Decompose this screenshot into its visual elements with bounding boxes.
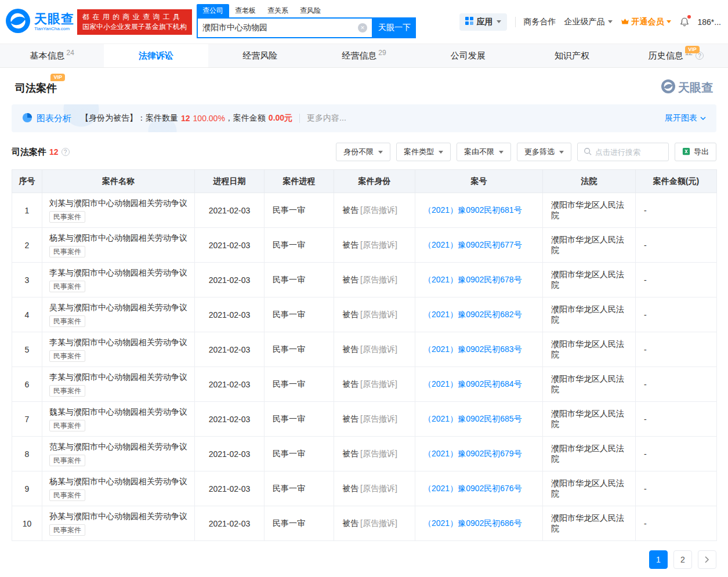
open-vip-link[interactable]: 开通会员: [621, 17, 671, 27]
chart-analysis-bar: 图表分析 【身份为被告】： 案件数量 12 100.00% ， 案件金额 0.0…: [12, 104, 716, 132]
clear-icon[interactable]: ✕: [358, 23, 367, 32]
case-number-link[interactable]: （2021）豫0902民初678号: [423, 275, 522, 284]
tab-company-development[interactable]: 公司发展: [416, 44, 520, 67]
column-header: 案件身份: [334, 170, 415, 193]
case-number-link[interactable]: （2021）豫0902民初677号: [423, 240, 522, 249]
case-number-cell: （2021）豫0902民初681号: [415, 193, 543, 228]
case-type-tag: 民事案件: [49, 489, 85, 501]
table-row: 2杨某与濮阳市中心动物园相关劳动争议民事案件2021-02-03民事一审被告[原…: [12, 228, 717, 263]
case-index: 6: [12, 367, 42, 402]
case-number-link[interactable]: （2021）豫0902民初676号: [423, 484, 522, 493]
case-title[interactable]: 杨某与濮阳市中心动物园相关劳动争议: [49, 476, 187, 487]
analysis-amount-label: 案件金额: [233, 113, 266, 124]
search-tab[interactable]: 查老板: [229, 4, 262, 17]
case-number-cell: （2021）豫0902民初682号: [415, 297, 543, 332]
case-amount: -: [636, 263, 717, 297]
page-button-1[interactable]: 1: [649, 550, 668, 569]
table-search-box[interactable]: [577, 143, 669, 161]
column-header: 法院: [543, 170, 636, 193]
next-page-button[interactable]: [698, 550, 716, 569]
expand-chart-link[interactable]: 展开图表: [665, 113, 706, 124]
apps-button[interactable]: 应用: [459, 13, 507, 31]
search-input[interactable]: [202, 23, 358, 32]
help-icon[interactable]: ?: [61, 148, 70, 156]
case-title[interactable]: 范某与濮阳市中心动物园相关劳动争议: [49, 441, 187, 452]
identity-filter[interactable]: 身份不限: [336, 143, 390, 161]
case-amount: -: [636, 228, 717, 263]
cause-filter[interactable]: 案由不限: [457, 143, 511, 161]
export-label: 导出: [694, 147, 709, 157]
case-number-link[interactable]: （2021）豫0902民初685号: [423, 414, 522, 423]
brand-name: 天眼查: [678, 80, 713, 96]
case-title[interactable]: 魏某与濮阳市中心动物园相关劳动争议: [49, 407, 187, 417]
case-title[interactable]: 李某与濮阳市中心动物园相关劳动争议: [49, 337, 187, 347]
page: 天眼查 TianYanCha.com 都 在 用 的 商 业 查 询 工 具 国…: [0, 0, 728, 577]
tab-count: 24: [66, 49, 74, 57]
case-progress: 民事一审: [265, 471, 334, 506]
case-name-cell: 杨某与濮阳市中心动物园相关劳动争议民事案件: [42, 471, 195, 506]
case-progress-date: 2021-02-03: [195, 297, 265, 332]
brand-watermark: 天眼查: [661, 79, 713, 96]
more-filter[interactable]: 更多筛选: [517, 143, 571, 161]
case-number-link[interactable]: （2021）豫0902民初684号: [423, 379, 522, 389]
more-content-link[interactable]: 更多内容...: [307, 113, 346, 124]
enterprise-product-link[interactable]: 企业级产品: [564, 17, 613, 27]
case-progress: 民事一审: [265, 297, 334, 332]
case-type-tag: 民事案件: [49, 281, 85, 292]
list-toolbar: 司法案件 12 ? 身份不限案件类型案由不限更多筛选 导出: [0, 132, 728, 169]
case-number-cell: （2021）豫0902民初678号: [415, 263, 543, 297]
chevron-down-icon: [700, 117, 706, 121]
table-row: 1刘某与濮阳市中心动物园相关劳动争议民事案件2021-02-03民事一审被告[原…: [12, 193, 717, 228]
logo-text: 天眼查: [34, 12, 74, 26]
case-type-tag: 民事案件: [49, 211, 85, 223]
case-index: 8: [12, 437, 42, 471]
case-court: 濮阳市华龙区人民法院: [543, 332, 636, 367]
open-vip-label: 开通会员: [632, 17, 664, 27]
case-type-filter[interactable]: 案件类型: [396, 143, 451, 161]
case-title[interactable]: 刘某与濮阳市中心动物园相关劳动争议: [49, 198, 187, 208]
tab-business-info[interactable]: 经营信息29: [312, 44, 416, 67]
case-title[interactable]: 李某与濮阳市中心动物园相关劳动争议: [49, 372, 187, 382]
case-amount: -: [636, 332, 717, 367]
export-button[interactable]: 导出: [675, 143, 716, 161]
case-progress-date: 2021-02-03: [195, 263, 265, 297]
biz-cooperation-link[interactable]: 商务合作: [524, 17, 556, 27]
tab-intellectual-property[interactable]: 知识产权: [520, 44, 624, 67]
case-progress: 民事一审: [265, 402, 334, 437]
search-tab[interactable]: 查关系: [262, 4, 294, 17]
search-tab[interactable]: 查公司: [197, 4, 229, 17]
page-button-2[interactable]: 2: [673, 550, 692, 569]
case-index: 2: [12, 228, 42, 263]
case-number-link[interactable]: （2021）豫0902民初686号: [423, 518, 522, 528]
case-title[interactable]: 杨某与濮阳市中心动物园相关劳动争议: [49, 233, 187, 243]
case-title[interactable]: 李某与濮阳市中心动物园相关劳动争议: [49, 267, 187, 278]
case-number-link[interactable]: （2021）豫0902民初681号: [423, 205, 522, 215]
tab-legal-proceedings[interactable]: 法律诉讼: [104, 44, 208, 67]
case-number-link[interactable]: （2021）豫0902民初679号: [423, 449, 522, 458]
analysis-percent: 100.00%: [193, 114, 225, 123]
search-tab[interactable]: 查风险: [294, 4, 327, 17]
identity-note: [原告撤诉]: [360, 205, 397, 215]
search-button[interactable]: 天眼一下: [373, 17, 416, 38]
tianyancha-logo[interactable]: 天眼查 TianYanCha.com: [6, 9, 74, 35]
user-phone[interactable]: 186*...: [698, 17, 721, 27]
tab-count: 29: [378, 49, 386, 57]
chart-analysis-link[interactable]: 图表分析: [37, 113, 71, 124]
tab-history-info[interactable]: 历史信息12?VIP: [624, 44, 728, 67]
excel-icon: [682, 147, 690, 157]
chevron-down-icon: [497, 20, 501, 23]
notification-bell[interactable]: [679, 16, 690, 28]
case-number-link[interactable]: （2021）豫0902民初683号: [423, 344, 522, 354]
case-title[interactable]: 孙某与濮阳市中心动物园相关劳动争议: [49, 511, 187, 521]
search-area: 查公司查老板查关系查风险 ✕ 天眼一下: [197, 5, 416, 38]
tab-operation-risk[interactable]: 经营风险: [208, 44, 312, 67]
tab-basic-info[interactable]: 基本信息24: [0, 44, 104, 67]
case-number-link[interactable]: （2021）豫0902民初682号: [423, 310, 522, 319]
case-identity: 被告[原告撤诉]: [334, 193, 415, 228]
tab-label: 基本信息: [30, 50, 64, 61]
chevron-down-icon: [439, 151, 443, 154]
notification-dot: [687, 15, 691, 19]
table-header-row: 序号案件名称进程日期案件进程案件身份案号法院案件金额(元): [12, 170, 717, 193]
case-title[interactable]: 吴某与濮阳市中心动物园相关劳动争议: [49, 302, 187, 313]
table-search-input[interactable]: [595, 148, 659, 157]
